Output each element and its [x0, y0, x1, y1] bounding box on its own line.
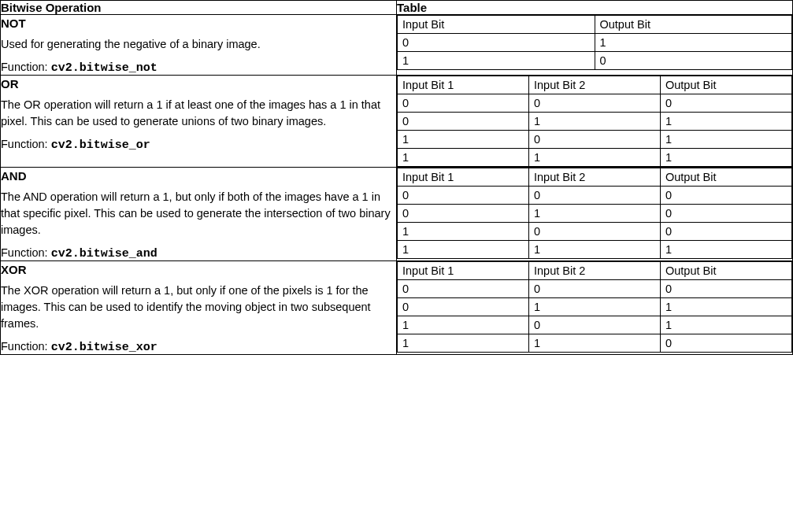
cell: 1 — [398, 131, 529, 149]
cell: 0 — [398, 298, 529, 316]
op-desc-xor: The XOR operation will return a 1, but o… — [1, 283, 396, 332]
cell: 0 — [398, 94, 529, 113]
cell: 0 — [529, 280, 661, 298]
cell: 1 — [661, 113, 792, 131]
truth-table-xor: Input Bit 1 Input Bit 2 Output Bit 0 0 0… — [397, 261, 792, 353]
cell: 0 — [529, 316, 661, 334]
col-header: Input Bit 1 — [398, 168, 529, 187]
cell: 0 — [398, 205, 529, 223]
cell: 1 — [529, 241, 661, 259]
func-prefix: Function: — [1, 61, 51, 73]
cell: 0 — [661, 94, 792, 113]
op-desc-and: The AND operation will return a 1, but o… — [1, 189, 396, 238]
cell: 0 — [398, 34, 595, 52]
op-desc-not: Used for generating the negative of a bi… — [1, 36, 396, 53]
header-operation: Bitwise Operation — [1, 1, 397, 15]
op-func-not: Function: cv2.bitwise_not — [1, 61, 396, 75]
op-title-and: AND — [1, 169, 396, 183]
op-desc-or: The OR operation will return a 1 if at l… — [1, 97, 396, 130]
cell: 1 — [595, 34, 792, 52]
row-and: AND The AND operation will return a 1, b… — [1, 168, 793, 261]
cell: 0 — [529, 94, 661, 113]
cell: 1 — [398, 316, 529, 334]
header-table: Table — [397, 1, 793, 15]
bitwise-operations-table: Bitwise Operation Table NOT Used for gen… — [0, 0, 793, 355]
col-header: Output Bit — [661, 168, 792, 187]
op-title-xor: XOR — [1, 263, 396, 276]
cell: 0 — [661, 280, 792, 298]
cell: 0 — [398, 280, 529, 298]
cell: 1 — [398, 334, 529, 353]
func-code-not: cv2.bitwise_not — [51, 61, 157, 75]
cell: 0 — [661, 334, 792, 353]
func-code-and: cv2.bitwise_and — [51, 247, 157, 260]
col-header: Input Bit 2 — [529, 76, 661, 94]
func-prefix: Function: — [1, 138, 51, 150]
row-not: NOT Used for generating the negative of … — [1, 15, 793, 76]
cell: 1 — [661, 241, 792, 259]
cell: 0 — [661, 187, 792, 205]
func-code-or: cv2.bitwise_or — [51, 139, 150, 152]
col-header: Output Bit — [661, 262, 792, 280]
col-header: Output Bit — [661, 76, 792, 94]
cell: 0 — [398, 113, 529, 131]
cell: 1 — [529, 113, 661, 131]
cell: 1 — [398, 223, 529, 241]
cell: 0 — [529, 223, 661, 241]
cell: 1 — [529, 149, 661, 167]
truth-table-and: Input Bit 1 Input Bit 2 Output Bit 0 0 0… — [397, 168, 792, 259]
cell: 1 — [661, 298, 792, 316]
col-header: Input Bit — [398, 16, 595, 34]
op-func-xor: Function: cv2.bitwise_xor — [1, 340, 396, 354]
col-header: Input Bit 2 — [529, 168, 661, 187]
func-prefix: Function: — [1, 246, 51, 259]
op-title-not: NOT — [1, 17, 396, 30]
cell: 0 — [661, 223, 792, 241]
cell: 1 — [529, 205, 661, 223]
func-prefix: Function: — [1, 340, 51, 353]
cell: 1 — [529, 298, 661, 316]
op-title-or: OR — [1, 77, 396, 91]
cell: 0 — [529, 131, 661, 149]
cell: 1 — [398, 52, 595, 70]
col-header: Input Bit 2 — [529, 262, 661, 280]
op-func-or: Function: cv2.bitwise_or — [1, 138, 396, 152]
cell: 1 — [529, 334, 661, 353]
cell: 1 — [661, 316, 792, 334]
truth-table-or: Input Bit 1 Input Bit 2 Output Bit 0 0 0… — [397, 76, 792, 167]
col-header: Input Bit 1 — [398, 76, 529, 94]
col-header: Input Bit 1 — [398, 262, 529, 280]
op-func-and: Function: cv2.bitwise_and — [1, 246, 396, 260]
cell: 1 — [661, 131, 792, 149]
cell: 1 — [398, 149, 529, 167]
cell: 0 — [529, 187, 661, 205]
row-or: OR The OR operation will return a 1 if a… — [1, 76, 793, 168]
cell: 0 — [595, 52, 792, 70]
row-xor: XOR The XOR operation will return a 1, b… — [1, 261, 793, 355]
cell: 1 — [661, 149, 792, 167]
truth-table-not: Input Bit Output Bit 0 1 1 0 — [397, 15, 792, 70]
cell: 1 — [398, 241, 529, 259]
cell: 0 — [661, 205, 792, 223]
col-header: Output Bit — [595, 16, 792, 34]
func-code-xor: cv2.bitwise_xor — [51, 341, 157, 354]
cell: 0 — [398, 187, 529, 205]
